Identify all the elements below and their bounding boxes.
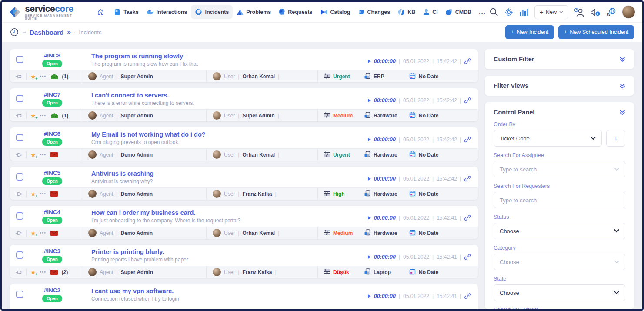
link-icon[interactable] (464, 58, 471, 64)
reports-chart-icon[interactable] (519, 8, 529, 17)
pin-icon[interactable] (15, 152, 22, 158)
incident-title[interactable]: My Email is not working what do i do? (91, 131, 368, 138)
language-translate-icon[interactable]: A (606, 7, 616, 17)
select-checkbox[interactable] (16, 291, 23, 298)
filter-views-header[interactable]: Filter Views (494, 82, 625, 89)
nav-more-button[interactable]: ... (475, 8, 489, 16)
user-label: User (224, 113, 235, 119)
new-scheduled-incident-button[interactable]: + New Scheduled Incident (558, 25, 634, 39)
requesters-search-input[interactable] (494, 192, 625, 208)
mail-envelope-icon[interactable] (50, 231, 58, 236)
plus-icon: + (564, 29, 567, 35)
nav-item-incidents[interactable]: Incidents (191, 5, 233, 19)
favorite-star-icon[interactable]: ★+ (30, 113, 36, 119)
incident-title[interactable]: Printer is printing blurly. (91, 248, 368, 255)
start-timer-icon[interactable] (368, 99, 371, 102)
more-actions-icon[interactable]: ••• (40, 152, 47, 157)
new-incident-button[interactable]: + New Incident (505, 25, 554, 39)
incident-id[interactable]: #INC8 (44, 52, 60, 59)
select-checkbox[interactable] (16, 56, 23, 63)
nav-item-catalog[interactable]: Catalog (317, 6, 354, 19)
nav-item-tasks[interactable]: Tasks (110, 5, 143, 19)
gear-icon[interactable] (504, 7, 514, 17)
pin-icon[interactable] (15, 74, 22, 80)
mail-envelope-icon[interactable] (50, 270, 58, 275)
chevron-down-icon[interactable] (22, 31, 26, 34)
pin-icon[interactable] (15, 269, 22, 275)
link-icon[interactable] (464, 254, 471, 260)
announcements-icon[interactable]: i (590, 8, 601, 17)
start-timer-icon[interactable] (368, 60, 371, 63)
mail-envelope-icon[interactable] (50, 191, 58, 197)
timer-value: 00:00:00 (374, 58, 396, 64)
assignee-search-select[interactable]: Type to search (494, 161, 625, 177)
nav-item-cmdb[interactable]: CMDB (442, 5, 476, 19)
favorite-star-icon[interactable]: ★+ (30, 269, 36, 275)
incident-title[interactable]: I cant use my vpn software. (91, 288, 368, 294)
nav-item-requests[interactable]: Requests (275, 5, 316, 19)
start-timer-icon[interactable] (368, 255, 371, 259)
mail-envelope-icon[interactable] (50, 152, 58, 157)
select-checkbox[interactable] (16, 95, 23, 102)
new-dropdown-button[interactable]: + New (534, 5, 568, 19)
favorite-star-icon[interactable]: ★+ (30, 152, 36, 158)
incident-id[interactable]: #INC6 (44, 130, 60, 137)
start-timer-icon[interactable] (368, 294, 371, 298)
favorite-star-icon[interactable]: ★+ (30, 191, 36, 197)
incident-id[interactable]: #INC4 (44, 209, 60, 215)
incident-id[interactable]: #INC7 (44, 91, 60, 98)
more-actions-icon[interactable]: ••• (40, 113, 47, 118)
recent-clock-icon[interactable] (10, 28, 19, 37)
mail-envelope-icon[interactable] (50, 74, 58, 80)
select-checkbox[interactable] (16, 212, 23, 220)
search-icon[interactable] (489, 7, 498, 17)
nav-item-changes[interactable]: Changes (354, 5, 394, 19)
favorite-star-icon[interactable]: ★+ (30, 230, 36, 236)
sort-direction-button[interactable]: ↓ (606, 130, 625, 147)
nav-item-problems[interactable]: Problems (233, 6, 275, 19)
incident-id[interactable]: #INC2 (44, 287, 60, 294)
incident-title[interactable]: I can't connect to servers. (91, 92, 368, 99)
nav-item-home[interactable] (94, 5, 110, 19)
pin-icon[interactable] (15, 113, 22, 119)
control-panel-header[interactable]: Control Panel (494, 109, 625, 116)
order-by-select[interactable]: Ticket Code (494, 130, 602, 147)
mail-count: (1) (62, 113, 69, 119)
brand-logo[interactable]: servicecore SERVICE MANAGEMENT SUITE (9, 4, 83, 20)
more-actions-icon[interactable]: ••• (40, 74, 47, 79)
nav-item-ci[interactable]: CI (419, 5, 442, 19)
status-select[interactable]: Choose (494, 223, 625, 239)
more-actions-icon[interactable]: ••• (40, 270, 47, 274)
link-icon[interactable] (464, 175, 471, 182)
more-actions-icon[interactable]: ••• (40, 191, 47, 196)
nav-item-interactions[interactable]: Interactions (143, 5, 191, 19)
select-checkbox[interactable] (16, 251, 23, 259)
link-icon[interactable] (464, 97, 471, 104)
state-select[interactable]: Choose (494, 284, 625, 301)
pin-icon[interactable] (15, 191, 22, 197)
incident-id[interactable]: #INC5 (44, 170, 60, 176)
select-checkbox[interactable] (16, 173, 23, 181)
breadcrumb-section[interactable]: Dashboard (30, 29, 63, 36)
start-timer-icon[interactable] (368, 177, 371, 181)
link-icon[interactable] (464, 293, 471, 299)
user-avatar[interactable] (622, 5, 635, 19)
more-actions-icon[interactable]: ••• (40, 231, 47, 235)
user-time-icon[interactable] (574, 7, 584, 17)
incident-title[interactable]: Antivirus is crashing (91, 170, 368, 177)
incident-id[interactable]: #INC3 (44, 248, 60, 254)
select-checkbox[interactable] (16, 134, 23, 141)
custom-filter-header[interactable]: Custom Filter (494, 56, 625, 63)
start-timer-icon[interactable] (368, 216, 371, 220)
order-by-label: Order By (494, 121, 625, 127)
incident-title[interactable]: How can i order my business card. (91, 209, 368, 216)
start-timer-icon[interactable] (368, 138, 371, 141)
nav-item-kb[interactable]: KB (394, 5, 419, 19)
incident-title[interactable]: The program is running slowly (91, 53, 368, 60)
link-icon[interactable] (464, 214, 471, 221)
category-select[interactable]: Choose (494, 254, 625, 270)
link-icon[interactable] (464, 136, 471, 143)
pin-icon[interactable] (15, 230, 22, 236)
mail-envelope-icon[interactable] (50, 113, 58, 119)
favorite-star-icon[interactable]: ★+ (30, 74, 36, 80)
